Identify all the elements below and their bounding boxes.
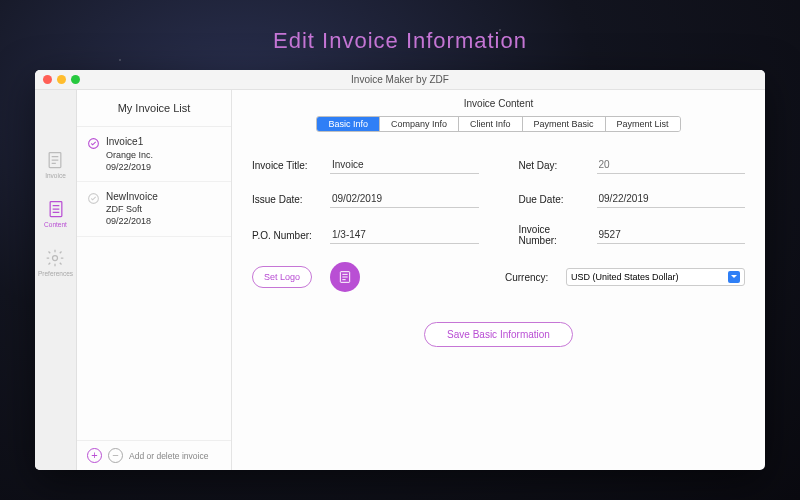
save-button[interactable]: Save Basic Information xyxy=(424,322,573,347)
left-iconbar: Invoice Content Preferences xyxy=(35,90,77,470)
invoice-number-label: Invoice Number: xyxy=(519,224,591,246)
iconbar-content[interactable]: Content xyxy=(44,199,67,228)
currency-label: Currency: xyxy=(505,272,560,283)
invoice-item-title: Invoice1 xyxy=(106,135,153,149)
tabs-title: Invoice Content xyxy=(252,98,745,109)
sidebar-footer: + − Add or delete invoice xyxy=(77,440,231,470)
add-invoice-button[interactable]: + xyxy=(87,448,102,463)
app-window: Invoice Maker by ZDF Invoice Content Pre… xyxy=(35,70,765,470)
sidebar-footer-label: Add or delete invoice xyxy=(129,451,208,461)
invoice-item-title: NewInvoice xyxy=(106,190,158,204)
window-title: Invoice Maker by ZDF xyxy=(35,74,765,85)
invoice-title-label: Invoice Title: xyxy=(252,160,324,171)
invoice-list-sidebar: My Invoice List Invoice1 Orange Inc. 09/… xyxy=(77,90,232,470)
invoice-item-date: 09/22/2019 xyxy=(106,161,153,173)
sidebar-list: Invoice1 Orange Inc. 09/22/2019 NewInvoi… xyxy=(77,127,231,440)
currency-select[interactable]: USD (United States Dollar) xyxy=(566,268,745,286)
po-number-label: P.O. Number: xyxy=(252,230,324,241)
invoice-number-input[interactable] xyxy=(597,226,746,244)
check-circle-icon xyxy=(87,192,100,205)
invoice-item-company: Orange Inc. xyxy=(106,149,153,161)
delete-invoice-button[interactable]: − xyxy=(108,448,123,463)
net-day-label: Net Day: xyxy=(519,160,591,171)
iconbar-invoice[interactable]: Invoice xyxy=(45,150,66,179)
issue-date-label: Issue Date: xyxy=(252,194,324,205)
net-day-input[interactable] xyxy=(597,156,746,174)
tab-client-info[interactable]: Client Info xyxy=(459,117,523,131)
logo-preview xyxy=(330,262,360,292)
sidebar-header: My Invoice List xyxy=(77,90,231,127)
iconbar-content-label: Content xyxy=(44,221,67,228)
due-date-label: Due Date: xyxy=(519,194,591,205)
main-content: Invoice Content Basic Info Company Info … xyxy=(232,90,765,470)
tab-basic-info[interactable]: Basic Info xyxy=(317,117,380,131)
check-circle-icon xyxy=(87,137,100,150)
invoice-list-item[interactable]: Invoice1 Orange Inc. 09/22/2019 xyxy=(77,127,231,182)
tab-company-info[interactable]: Company Info xyxy=(380,117,459,131)
currency-value: USD (United States Dollar) xyxy=(571,272,679,282)
iconbar-invoice-label: Invoice xyxy=(45,172,66,179)
iconbar-preferences[interactable]: Preferences xyxy=(38,248,73,277)
invoice-item-date: 09/22/2018 xyxy=(106,215,158,227)
chevron-down-icon xyxy=(728,271,740,283)
preferences-icon xyxy=(45,248,65,268)
po-number-input[interactable] xyxy=(330,226,479,244)
tab-bar: Basic Info Company Info Client Info Paym… xyxy=(316,116,680,132)
titlebar: Invoice Maker by ZDF xyxy=(35,70,765,90)
svg-point-8 xyxy=(53,256,58,261)
invoice-item-company: ZDF Soft xyxy=(106,203,158,215)
invoice-list-item[interactable]: NewInvoice ZDF Soft 09/22/2018 xyxy=(77,182,231,237)
due-date-input[interactable] xyxy=(597,190,746,208)
iconbar-preferences-label: Preferences xyxy=(38,270,73,277)
tab-payment-basic[interactable]: Payment Basic xyxy=(523,117,606,131)
set-logo-button[interactable]: Set Logo xyxy=(252,266,312,288)
issue-date-input[interactable] xyxy=(330,190,479,208)
invoice-icon xyxy=(45,150,65,170)
content-icon xyxy=(46,199,66,219)
logo-icon xyxy=(337,269,353,285)
tab-payment-list[interactable]: Payment List xyxy=(606,117,680,131)
invoice-title-input[interactable] xyxy=(330,156,479,174)
